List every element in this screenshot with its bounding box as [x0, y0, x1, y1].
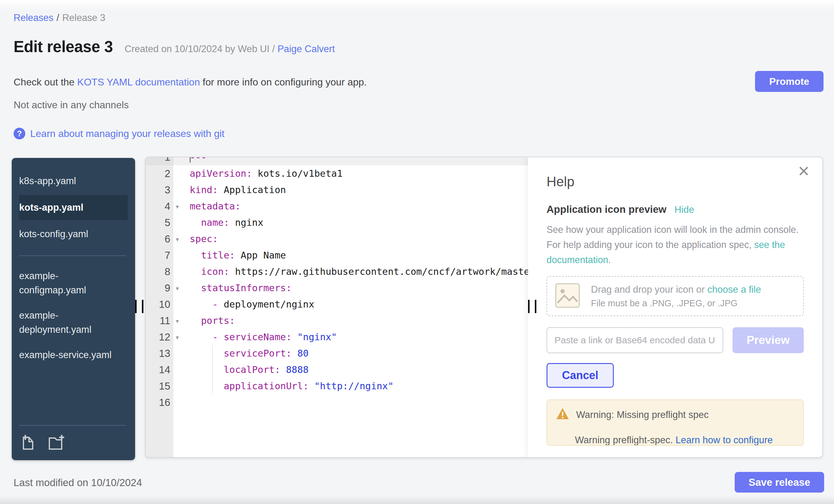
new-file-icon[interactable] — [20, 434, 38, 452]
code-line[interactable]: 9▾ statusInformers: — [146, 280, 528, 296]
code-text: metadata: — [173, 198, 241, 214]
line-number: 4▾ — [146, 198, 173, 214]
author-link[interactable]: Paige Calvert — [278, 43, 335, 54]
sidebar-resize-handle[interactable] — [135, 300, 144, 313]
sidebar-divider — [19, 256, 126, 256]
fold-arrow-icon[interactable]: ▾ — [173, 231, 181, 248]
sidebar-file-item[interactable]: kots-app.yaml — [19, 195, 128, 220]
image-placeholder-icon — [554, 283, 580, 310]
code-text: - serviceName: "nginx" — [173, 329, 337, 345]
kots-docs-link[interactable]: KOTS YAML documentation — [77, 76, 200, 88]
git-help-label: Learn about managing your releases with … — [30, 128, 224, 139]
question-icon: ? — [14, 128, 25, 139]
code-line[interactable]: 11▾ ports: — [146, 312, 528, 329]
code-line[interactable]: 3 kind: Application — [146, 182, 528, 198]
preview-button[interactable]: Preview — [732, 327, 804, 353]
code-line[interactable]: 2 apiVersion: kots.io/v1beta1 — [146, 165, 528, 182]
save-release-button[interactable]: Save release — [735, 472, 824, 492]
last-modified-text: Last modified on 10/10/2024 — [14, 477, 142, 488]
promote-button[interactable]: Promote — [755, 71, 824, 92]
line-number: 12▾ — [146, 329, 173, 345]
sidebar-footer — [12, 416, 135, 452]
icon-dropzone[interactable]: Drag and drop your icon or choose a file… — [547, 276, 804, 316]
new-folder-icon[interactable] — [47, 434, 67, 452]
code-line[interactable]: 4▾ metadata: — [146, 198, 528, 214]
icon-url-input[interactable] — [547, 327, 723, 353]
warning-title: Warning: Missing preflight spec — [576, 409, 709, 420]
page-title: Edit release 3 — [14, 38, 113, 56]
code-line[interactable]: 15 applicationUrl: "http://nginx" — [146, 378, 528, 394]
file-name: kots-app.yaml — [19, 202, 83, 213]
channel-status: Not active in any channels — [14, 99, 129, 111]
git-help-link[interactable]: ? Learn about managing your releases wit… — [14, 128, 224, 139]
code-line[interactable]: 12▾ - serviceName: "nginx" — [146, 329, 528, 345]
line-number: 5 — [146, 214, 173, 231]
preflight-warning-box: Warning: Missing preflight spec Warning … — [547, 399, 804, 446]
choose-file-link[interactable]: choose a file — [707, 284, 761, 295]
file-name: example-service.yaml — [19, 349, 112, 360]
release-editor-card: 1 --- 2 apiVersion: kots.io/v1beta1 3 ki… — [145, 157, 823, 458]
code-text: title: App Name — [173, 247, 286, 263]
code-text: --- — [173, 157, 207, 165]
line-number: 8 — [146, 263, 173, 280]
breadcrumb-separator: / — [57, 12, 59, 23]
fold-arrow-icon[interactable]: ▾ — [173, 329, 181, 346]
yaml-editor[interactable]: 1 --- 2 apiVersion: kots.io/v1beta1 3 ki… — [146, 157, 528, 457]
dropzone-text: Drag and drop your icon or choose a file — [591, 284, 761, 295]
docs-text-prefix: Check out the — [14, 76, 77, 88]
code-line[interactable]: 6▾ spec: — [146, 231, 528, 247]
warning-detail-text: Warning preflight-spec. — [575, 435, 676, 445]
help-panel-resize-handle[interactable] — [528, 300, 536, 313]
cancel-button[interactable]: Cancel — [547, 363, 614, 388]
sidebar-file-item[interactable]: example-configmap.yaml — [12, 263, 135, 303]
code-line[interactable]: 10 - deployment/nginx — [146, 296, 528, 312]
file-name: example-configmap.yaml — [19, 269, 95, 297]
line-number: 10 — [146, 296, 173, 312]
code-line[interactable]: 8 icon: https://raw.githubusercontent.co… — [146, 263, 528, 280]
sidebar-file-item[interactable]: example-service.yaml — [12, 342, 135, 368]
warning-detail: Warning preflight-spec. Learn how to con… — [575, 435, 803, 446]
code-line[interactable]: 14 localPort: 8888 — [146, 361, 528, 378]
file-name: example-deployment.yaml — [19, 308, 95, 337]
warning-icon — [556, 408, 569, 422]
close-icon[interactable]: ✕ — [797, 164, 810, 179]
indent-guide — [212, 345, 213, 394]
code-text: servicePort: 80 — [173, 345, 309, 361]
breadcrumb-releases-link[interactable]: Releases — [14, 12, 53, 23]
sidebar-file-item[interactable]: kots-config.yaml — [12, 221, 135, 247]
line-number: 3 — [146, 182, 173, 198]
sidebar-file-item[interactable]: k8s-app.yaml — [12, 169, 135, 194]
code-line[interactable]: 1 --- — [146, 157, 528, 165]
icon-preview-title: Application icon preview — [547, 203, 666, 215]
code-line[interactable]: 7 title: App Name — [146, 247, 528, 263]
code-text: apiVersion: kots.io/v1beta1 — [173, 165, 343, 182]
created-text: Created on 10/10/2024 by Web UI / — [125, 43, 278, 54]
dropzone-hint: File must be a .PNG, .JPEG, or .JPG — [591, 298, 761, 308]
code-line[interactable]: 13 servicePort: 80 — [146, 345, 528, 361]
sidebar-file-item[interactable]: example-deployment.yaml — [12, 303, 135, 342]
fold-arrow-icon[interactable]: ▾ — [173, 199, 181, 215]
docs-row: Check out the KOTS YAML documentation fo… — [14, 76, 367, 88]
file-name: kots-config.yaml — [19, 228, 88, 239]
code-text: kind: Application — [173, 182, 286, 198]
code-text: statusInformers: — [173, 280, 292, 296]
line-number: 7 — [146, 247, 173, 263]
code-line[interactable]: 16 — [146, 394, 528, 411]
help-panel: ✕ Help Application icon preview Hide See… — [528, 157, 822, 457]
line-number: 1 — [146, 157, 173, 165]
code-line[interactable]: 5 name: nginx — [146, 214, 528, 231]
code-text: name: nginx — [173, 214, 263, 231]
line-number: 14 — [146, 361, 173, 378]
fold-arrow-icon[interactable]: ▾ — [173, 313, 181, 329]
code-text: ports: — [173, 312, 235, 329]
learn-configure-link[interactable]: Learn how to configure — [676, 435, 773, 445]
breadcrumb: Releases/Release 3 — [14, 12, 105, 23]
line-number: 15 — [146, 378, 173, 394]
code-text: localPort: 8888 — [173, 361, 309, 378]
hide-link[interactable]: Hide — [675, 204, 694, 215]
help-panel-title: Help — [547, 174, 804, 190]
file-list-bottom: example-configmap.yamlexample-deployment… — [12, 263, 135, 368]
fold-arrow-icon[interactable]: ▾ — [173, 280, 181, 297]
dropzone-text-prefix: Drag and drop your icon or — [591, 284, 707, 295]
code-text: applicationUrl: "http://nginx" — [173, 378, 394, 394]
